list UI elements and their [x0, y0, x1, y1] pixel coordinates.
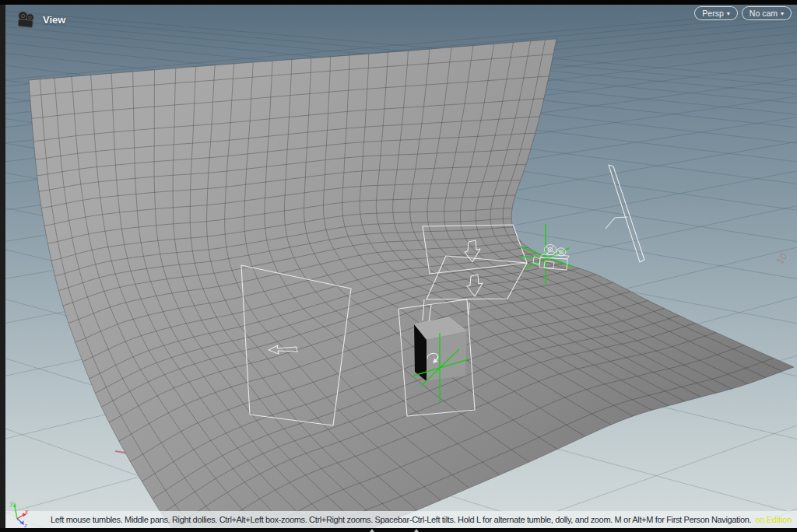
projection-label: Persp [702, 9, 723, 18]
viewport-controls: Persp ▾ No cam ▾ [694, 6, 792, 20]
movie-camera-icon [16, 10, 37, 30]
status-help-text: Left mouse tumbles. Middle pans. Right d… [51, 515, 751, 524]
camera-label: No cam [750, 9, 778, 18]
viewport-header: View [16, 10, 65, 30]
viewport-top-edge [0, 0, 797, 5]
projection-menu-button[interactable]: Persp ▾ [694, 6, 737, 20]
camera-menu-button[interactable]: No cam ▾ [742, 6, 792, 20]
playbar-marker [414, 529, 419, 532]
viewport-3d[interactable]: 10 y x z View Persp ▾ No cam ▾ Left mous… [0, 0, 797, 532]
chevron-down-icon: ▾ [727, 11, 730, 17]
viewport-bottom-edge [0, 528, 797, 532]
viewport-3d-scene[interactable]: 10 y x z [0, 0, 797, 532]
status-bar: Left mouse tumbles. Middle pans. Right d… [5, 512, 797, 527]
edition-watermark: on Edition [755, 515, 792, 524]
viewport-left-edge [0, 5, 5, 528]
viewport-title: View [43, 14, 65, 26]
playbar-marker [370, 529, 374, 532]
chevron-down-icon: ▾ [781, 11, 784, 17]
gnomon-y-label: y [9, 499, 14, 507]
